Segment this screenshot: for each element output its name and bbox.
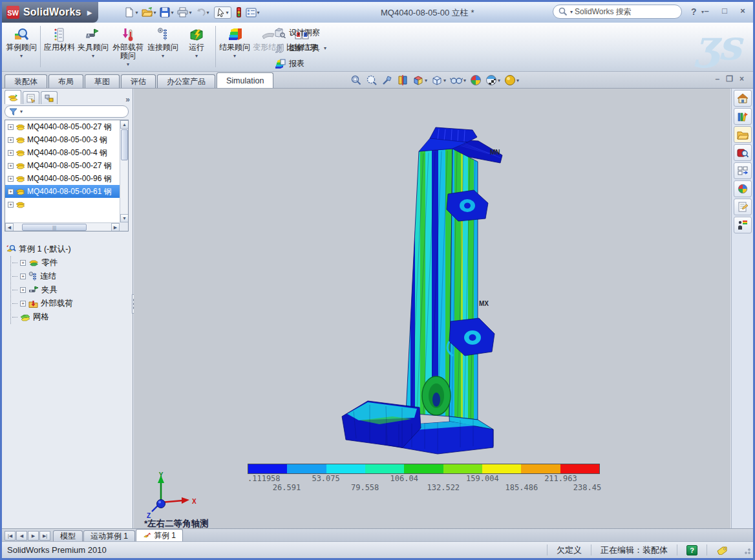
study-item-external-loads[interactable]: + 外部载荷 — [11, 297, 130, 310]
expand-icon[interactable]: + — [8, 202, 14, 208]
rebuild-button[interactable] — [235, 6, 243, 19]
panel-expand-chevrons[interactable]: » — [125, 95, 130, 104]
dropdown-arrow-icon[interactable]: ▾ — [463, 78, 466, 83]
external-loads-advisor-button[interactable]: 外部载荷顾问 ▾ — [110, 25, 146, 67]
report-button[interactable]: 报表 — [272, 58, 328, 70]
save-button[interactable]: ▾ — [158, 6, 175, 19]
apply-scene-button[interactable]: ▾ — [485, 74, 501, 87]
tab-simulation[interactable]: Simulation — [217, 72, 273, 88]
scroll-right-button[interactable]: ▶ — [111, 223, 120, 232]
expand-icon[interactable]: + — [20, 274, 26, 279]
dropdown-arrow-icon[interactable]: ▾ — [162, 53, 164, 58]
study-item-connections[interactable]: + 连结 — [11, 270, 130, 283]
dropdown-arrow-icon[interactable]: ▾ — [498, 78, 500, 83]
dropdown-arrow-icon[interactable]: ▾ — [195, 53, 198, 58]
search-scope-dropdown-icon[interactable]: ▾ — [570, 9, 573, 15]
view-palette-tab[interactable] — [734, 162, 752, 179]
new-document-button[interactable]: ▾ — [123, 6, 139, 19]
study-root[interactable]: 算例 1 (-默认-) — [6, 242, 130, 256]
search-box[interactable]: ▾ SolidWorks 搜索 — [553, 5, 682, 19]
dropdown-arrow-icon[interactable]: ▾ — [206, 10, 209, 16]
dropdown-arrow-icon[interactable]: ▾ — [127, 61, 129, 67]
doc-close-button[interactable]: × — [739, 74, 744, 83]
appearances-scenes-tab[interactable] — [734, 180, 752, 197]
expand-icon[interactable]: + — [20, 260, 26, 266]
open-button[interactable]: ▾ — [140, 6, 157, 19]
tab-evaluate[interactable]: 评估 — [121, 74, 156, 88]
study-item-fixtures[interactable]: + 夹具 — [11, 283, 130, 297]
dropdown-arrow-icon[interactable]: ▾ — [516, 78, 519, 83]
close-button[interactable]: × — [736, 5, 749, 17]
results-advisor-button[interactable]: 结果顾问 ▾ — [218, 25, 251, 58]
expand-icon[interactable]: + — [8, 163, 14, 169]
dropdown-arrow-icon[interactable]: ▾ — [189, 10, 191, 16]
scroll-down-button[interactable]: ▼ — [120, 214, 129, 222]
menu-expand-icon[interactable]: ▶ — [87, 9, 92, 16]
help-button[interactable]: ? — [691, 6, 697, 17]
tab-layout[interactable]: 布局 — [48, 74, 83, 88]
design-insight-button[interactable]: 设计洞察 — [272, 27, 328, 39]
zoom-to-fit-button[interactable] — [350, 74, 363, 87]
dropdown-arrow-icon[interactable]: ▾ — [92, 53, 94, 58]
dropdown-arrow-icon[interactable]: ▾ — [171, 10, 173, 16]
graphics-viewport[interactable]: MN MX .111958 53.075 106.04 159.004 211.… — [134, 89, 730, 528]
expand-icon[interactable]: + — [8, 124, 14, 130]
section-view-button[interactable] — [396, 74, 409, 87]
property-manager-tab[interactable] — [23, 91, 39, 104]
hide-show-items-button[interactable]: ▾ — [449, 74, 467, 87]
undo-button[interactable]: ▾ — [194, 6, 210, 19]
study-advisor-button[interactable]: 算例顾问 ▾ — [5, 25, 38, 58]
zoom-to-area-button[interactable] — [365, 74, 378, 87]
zoom-to-selection-button[interactable] — [381, 74, 394, 87]
fea-model-column[interactable] — [341, 124, 506, 455]
doc-restore-button[interactable]: ❐ — [726, 74, 733, 83]
dropdown-arrow-icon[interactable]: ▾ — [443, 78, 446, 83]
tree-horizontal-scrollbar[interactable]: ◀ ||| ▶ — [5, 222, 120, 231]
model-tab[interactable]: 模型 — [53, 530, 83, 541]
dropdown-arrow-icon[interactable]: ▾ — [425, 78, 427, 83]
expand-icon[interactable]: + — [8, 189, 14, 195]
search-input[interactable]: SolidWorks 搜索 — [575, 6, 632, 17]
last-tab-button[interactable]: ▶| — [39, 531, 50, 541]
tab-assembly[interactable]: 装配体 — [5, 74, 47, 88]
tree-row[interactable]: + MQ4040-08-05-00-96 钢 — [5, 172, 120, 185]
doc-minimize-button[interactable]: – — [716, 74, 720, 83]
scroll-left-button[interactable]: ◀ — [5, 223, 14, 232]
first-tab-button[interactable]: |◀ — [5, 531, 16, 541]
scroll-thumb[interactable]: ||| — [22, 224, 87, 231]
plot-tools-button[interactable]: 图解工具 ▾ — [272, 42, 328, 54]
tree-row[interactable]: + MQ4040-08-05-00-27 钢 — [5, 120, 120, 133]
tree-row[interactable]: + MQ4040-08-05-00-4 钢 — [5, 146, 120, 159]
study-item-parts[interactable]: + 零件 — [11, 256, 130, 270]
next-tab-button[interactable]: ▶ — [28, 531, 39, 541]
dropdown-arrow-icon[interactable]: ▾ — [153, 10, 156, 16]
file-explorer-tab[interactable] — [734, 126, 752, 143]
quick-tips-help-button[interactable]: ? — [686, 545, 697, 555]
view-settings-button[interactable]: ▾ — [504, 74, 520, 87]
tree-row-selected[interactable]: + MQ4040-08-05-00-61 钢 — [5, 185, 120, 198]
tree-row[interactable]: + MQ4040-08-05-00-3 钢 — [5, 133, 120, 146]
apply-material-button[interactable]: 应用材料 — [43, 25, 76, 58]
forum-tab[interactable] — [734, 217, 752, 233]
expand-icon[interactable]: + — [8, 176, 14, 182]
scroll-thumb[interactable] — [121, 129, 128, 160]
simulation-study-tab[interactable]: 算例 1 — [136, 529, 183, 541]
search-results-tab[interactable] — [734, 144, 752, 161]
app-menu[interactable]: SW SolidWorks ▶ — [2, 2, 98, 23]
dropdown-arrow-icon[interactable]: ▾ — [257, 10, 260, 16]
dropdown-arrow-icon[interactable]: ▾ — [233, 53, 236, 58]
expand-icon[interactable]: + — [8, 150, 14, 156]
scroll-up-button[interactable]: ▲ — [120, 120, 129, 129]
expand-icon[interactable]: + — [20, 287, 26, 293]
study-item-mesh[interactable]: 网格 — [11, 310, 130, 324]
tab-office-products[interactable]: 办公室产品 — [157, 74, 215, 88]
dropdown-arrow-icon[interactable]: ▾ — [226, 10, 229, 16]
motion-study-tab[interactable]: 运动算例 1 — [83, 530, 135, 541]
configuration-manager-tab[interactable] — [41, 91, 58, 104]
print-button[interactable]: ▾ — [176, 6, 193, 19]
tree-filter[interactable]: ▾ — [5, 105, 129, 118]
tag-icon[interactable] — [716, 546, 728, 555]
design-library-tab[interactable] — [734, 108, 752, 125]
expand-icon[interactable]: + — [8, 137, 14, 143]
maximize-button[interactable]: □ — [718, 5, 731, 17]
